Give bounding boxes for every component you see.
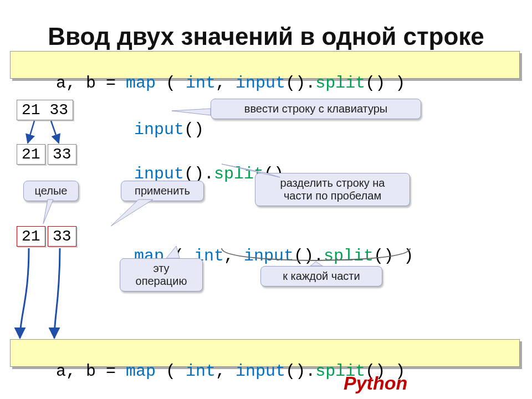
kw-input: input (236, 74, 285, 93)
callout-apply: применить (121, 181, 204, 201)
kw-map: map (126, 74, 156, 93)
code-prefix: a, b = (56, 362, 126, 381)
callout-split-by-spaces: разделить строку на части по пробелам (255, 173, 410, 206)
sample-input-a: 21 (17, 144, 45, 165)
kw-input: input (134, 120, 184, 139)
footer-language: Python (344, 372, 407, 394)
callout-keyboard: ввести строку с клавиатуры (211, 99, 421, 119)
kw-int: int (186, 362, 216, 381)
callout-each-part: к каждой части (260, 266, 382, 287)
parsed-int-b: 33 (48, 226, 76, 247)
kw-split: split (315, 74, 365, 93)
callout-this-op: эту операцию (120, 258, 203, 291)
code-bar-top: a, b = map ( int, input().split() ) (10, 51, 520, 79)
code-prefix: a, b = (56, 74, 126, 93)
kw-int: int (186, 74, 216, 93)
sample-input-b: 33 (48, 144, 76, 165)
kw-map: map (126, 362, 156, 381)
callout-int: целые (23, 181, 79, 201)
sample-input-combined: 21 33 (17, 100, 73, 120)
page-title: Ввод двух значений в одной строке (0, 23, 532, 50)
code-bar-bottom: a, b = map ( int, input().split() ) (10, 339, 520, 367)
parsed-int-a: 21 (17, 226, 45, 247)
kw-split: split (324, 247, 374, 265)
kw-input: input (244, 247, 294, 265)
kw-input: input (236, 362, 285, 381)
